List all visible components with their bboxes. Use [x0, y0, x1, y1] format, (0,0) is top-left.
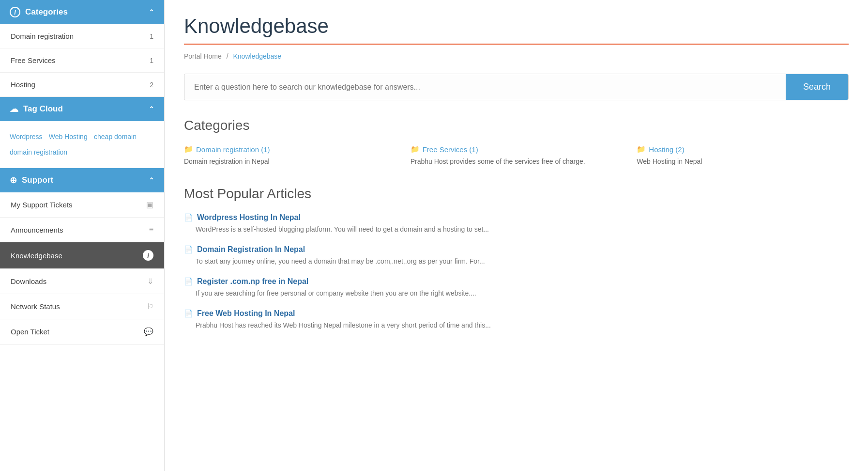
- article-item-wordpress: 📄 Wordpress Hosting In Nepal WordPress i…: [184, 213, 849, 235]
- category-card-domain: 📁 Domain registration (1) Domain registr…: [184, 145, 396, 167]
- breadcrumb-separator: /: [227, 52, 228, 60]
- doc-icon: 📄: [184, 245, 193, 254]
- sidebar-item-hosting[interactable]: Hosting 2: [0, 73, 164, 97]
- tag-cloud-content: Wordpress Web Hosting cheap domain domai…: [0, 121, 164, 168]
- folder-icon: 📁: [411, 145, 420, 154]
- article-desc-free-hosting: Prabhu Host has reached its Web Hosting …: [184, 320, 849, 330]
- chat-icon: 💬: [144, 327, 153, 336]
- categories-section-title: Categories: [184, 118, 849, 133]
- sidebar-item-label: Hosting: [11, 80, 35, 89]
- article-link-wordpress[interactable]: 📄 Wordpress Hosting In Nepal: [184, 213, 849, 222]
- tag-web-hosting[interactable]: Web Hosting: [49, 133, 88, 141]
- sidebar-categories-header[interactable]: i Categories ⌃: [0, 0, 164, 24]
- category-desc-hosting: Web Hosting in Nepal: [637, 157, 849, 167]
- sidebar-item-knowledgebase[interactable]: Knowledgebase i: [0, 242, 164, 269]
- doc-icon: 📄: [184, 213, 193, 222]
- sidebar: i Categories ⌃ Domain registration 1 Fre…: [0, 0, 165, 471]
- sidebar-item-label: Open Ticket: [11, 328, 49, 336]
- sidebar-support-header[interactable]: ⊕ Support ⌃: [0, 168, 164, 192]
- category-title-hosting: Hosting (2): [649, 145, 684, 154]
- flag-icon: ⚐: [147, 302, 153, 311]
- sidebar-item-label: Free Services: [11, 56, 56, 64]
- cloud-icon: ☁: [10, 104, 18, 114]
- article-desc-comnp: If you are searching for free personal o…: [184, 288, 849, 298]
- sidebar-item-free-services[interactable]: Free Services 1: [0, 48, 164, 73]
- sidebar-item-network-status[interactable]: Network Status ⚐: [0, 294, 164, 319]
- sidebar-item-downloads[interactable]: Downloads ⇓: [0, 269, 164, 294]
- doc-icon: 📄: [184, 277, 193, 286]
- category-link-free-services[interactable]: 📁 Free Services (1): [411, 145, 623, 154]
- article-link-free-hosting[interactable]: 📄 Free Web Hosting In Nepal: [184, 309, 849, 318]
- breadcrumb-current: Knowledgebase: [233, 52, 281, 60]
- popular-articles-title: Most Popular Articles: [184, 186, 849, 202]
- sidebar-support-list: My Support Tickets ▣ Announcements ≡ Kno…: [0, 192, 164, 345]
- tag-cheap-domain[interactable]: cheap domain: [94, 133, 137, 141]
- category-desc-domain: Domain registration in Nepal: [184, 157, 396, 167]
- folder-icon: 📁: [184, 145, 193, 154]
- sidebar-item-label: Domain registration: [11, 32, 74, 40]
- article-link-domain-reg[interactable]: 📄 Domain Registration In Nepal: [184, 245, 849, 254]
- sidebar-item-label: Knowledgebase: [11, 251, 62, 260]
- tag-wordpress[interactable]: Wordpress: [10, 133, 42, 141]
- sidebar-item-announcements[interactable]: Announcements ≡: [0, 218, 164, 242]
- support-icon: ⊕: [10, 175, 17, 186]
- article-item-free-hosting: 📄 Free Web Hosting In Nepal Prabhu Host …: [184, 309, 849, 330]
- categories-grid: 📁 Domain registration (1) Domain registr…: [184, 145, 849, 167]
- doc-icon: 📄: [184, 309, 193, 318]
- info-active-icon: i: [143, 250, 153, 261]
- article-title-label: Register .com.np free in Nepal: [197, 277, 308, 286]
- breadcrumb-home[interactable]: Portal Home: [184, 52, 222, 60]
- category-card-free-services: 📁 Free Services (1) Prabhu Host provides…: [411, 145, 623, 167]
- article-title-label: Domain Registration In Nepal: [197, 245, 305, 254]
- sidebar-tagcloud-title: Tag Cloud: [23, 104, 63, 114]
- sidebar-item-count: 2: [150, 81, 153, 89]
- ticket-icon: ▣: [146, 200, 153, 209]
- chevron-up-icon: ⌃: [149, 176, 154, 184]
- category-desc-free-services: Prabhu Host provides some of the service…: [411, 157, 623, 167]
- list-icon: ≡: [149, 225, 153, 234]
- sidebar-item-label: Announcements: [11, 226, 63, 234]
- sidebar-item-label: My Support Tickets: [11, 201, 73, 209]
- article-title-label: Free Web Hosting In Nepal: [197, 309, 295, 318]
- category-card-hosting: 📁 Hosting (2) Web Hosting in Nepal: [637, 145, 849, 167]
- article-desc-wordpress: WordPress is a self-hosted blogging plat…: [184, 224, 849, 235]
- category-title-domain: Domain registration (1): [196, 145, 270, 154]
- tag-domain-registration[interactable]: domain registration: [10, 148, 67, 156]
- search-bar: Search: [184, 74, 849, 100]
- sidebar-categories-title: Categories: [25, 7, 68, 17]
- sidebar-item-open-ticket[interactable]: Open Ticket 💬: [0, 319, 164, 345]
- sidebar-tagcloud-header[interactable]: ☁ Tag Cloud ⌃: [0, 97, 164, 121]
- sidebar-item-label: Network Status: [11, 302, 60, 311]
- articles-list: 📄 Wordpress Hosting In Nepal WordPress i…: [184, 213, 849, 330]
- breadcrumb: Portal Home / Knowledgebase: [184, 52, 849, 60]
- download-icon: ⇓: [147, 277, 153, 286]
- sidebar-item-domain-registration[interactable]: Domain registration 1: [0, 24, 164, 48]
- sidebar-item-label: Downloads: [11, 277, 46, 285]
- sidebar-item-count: 1: [150, 32, 153, 40]
- article-title-label: Wordpress Hosting In Nepal: [197, 213, 301, 222]
- category-link-domain[interactable]: 📁 Domain registration (1): [184, 145, 396, 154]
- category-title-free-services: Free Services (1): [423, 145, 478, 154]
- search-button[interactable]: Search: [786, 74, 848, 100]
- chevron-up-icon: ⌃: [149, 8, 154, 16]
- article-item-comnp: 📄 Register .com.np free in Nepal If you …: [184, 277, 849, 298]
- info-icon: i: [10, 7, 20, 17]
- article-desc-domain-reg: To start any journey online, you need a …: [184, 256, 849, 267]
- sidebar-categories-list: Domain registration 1 Free Services 1 Ho…: [0, 24, 164, 97]
- sidebar-item-my-support-tickets[interactable]: My Support Tickets ▣: [0, 192, 164, 218]
- article-link-comnp[interactable]: 📄 Register .com.np free in Nepal: [184, 277, 849, 286]
- sidebar-item-count: 1: [150, 57, 153, 64]
- chevron-up-icon: ⌃: [149, 105, 154, 113]
- folder-icon: 📁: [637, 145, 646, 154]
- category-link-hosting[interactable]: 📁 Hosting (2): [637, 145, 849, 154]
- search-input[interactable]: [184, 74, 786, 100]
- article-item-domain-reg: 📄 Domain Registration In Nepal To start …: [184, 245, 849, 267]
- sidebar-support-title: Support: [22, 175, 53, 185]
- page-title: Knowledgebase: [184, 15, 849, 45]
- main-content: Knowledgebase Portal Home / Knowledgebas…: [165, 0, 868, 471]
